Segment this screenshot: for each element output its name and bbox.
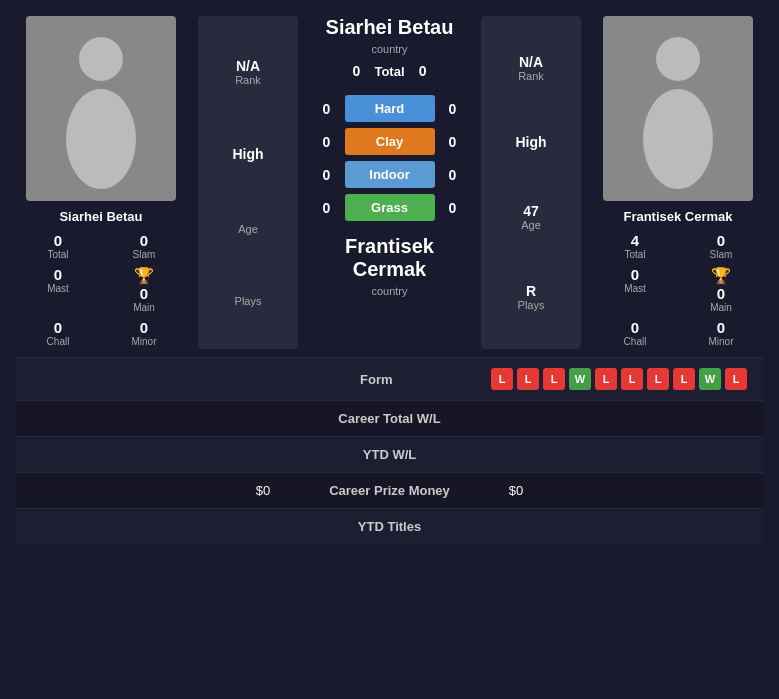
left-total-score: 0 bbox=[346, 63, 366, 79]
left-total-value: 0 bbox=[54, 232, 62, 249]
surface-row-grass: 0 Grass 0 bbox=[310, 194, 469, 221]
right-age-item: 47 Age bbox=[521, 203, 541, 231]
surface-row-indoor: 0 Indoor 0 bbox=[310, 161, 469, 188]
left-mast-cell: 0 Mast bbox=[16, 264, 100, 315]
right-high-value: High bbox=[515, 134, 546, 150]
right-age-label: Age bbox=[521, 219, 541, 231]
left-prize: $0 bbox=[32, 483, 270, 498]
right-plays-label: Plays bbox=[518, 299, 545, 311]
form-row: Form L L L W L L L L W L bbox=[16, 357, 763, 400]
total-row: 0 Total 0 bbox=[346, 63, 432, 79]
svg-point-0 bbox=[79, 37, 123, 81]
right-main-value: 0 bbox=[717, 285, 725, 302]
right-minor-value: 0 bbox=[717, 319, 725, 336]
form-badge-0: L bbox=[491, 368, 513, 390]
right-total-label: Total bbox=[624, 249, 645, 260]
left-slam-label: Slam bbox=[133, 249, 156, 260]
left-main-label: Main bbox=[133, 302, 155, 313]
form-badge-4: L bbox=[595, 368, 617, 390]
form-badge-6: L bbox=[647, 368, 669, 390]
left-chall-label: Chall bbox=[47, 336, 70, 347]
center-panel: Siarhei Betau country 0 Total 0 0 Hard 0… bbox=[302, 16, 477, 349]
left-total-label: Total bbox=[47, 249, 68, 260]
right-plays-item: R Plays bbox=[518, 283, 545, 311]
right-slam-cell: 0 Slam bbox=[679, 230, 763, 262]
svg-point-1 bbox=[66, 89, 136, 189]
left-trophy-icon: 🏆 bbox=[134, 266, 154, 285]
left-main-cell: 🏆 0 Main bbox=[102, 264, 186, 315]
right-player-stats-grid: 4 Total 0 Slam 0 Mast 🏆 0 Main 0 bbox=[593, 230, 763, 349]
right-slam-value: 0 bbox=[717, 232, 725, 249]
right-total-value: 4 bbox=[631, 232, 639, 249]
form-badge-3: W bbox=[569, 368, 591, 390]
right-rank-label: Rank bbox=[518, 70, 544, 82]
ytd-wl-label: YTD W/L bbox=[270, 447, 508, 462]
right-rank-item: N/A Rank bbox=[518, 54, 544, 82]
right-minor-label: Minor bbox=[708, 336, 733, 347]
hard-right-score: 0 bbox=[443, 101, 463, 117]
right-age-value: 47 bbox=[521, 203, 541, 219]
form-badges: L L L W L L L L W L bbox=[491, 368, 747, 390]
left-age-label: Age bbox=[238, 223, 258, 235]
form-badge-8: W bbox=[699, 368, 721, 390]
main-container: Siarhei Betau 0 Total 0 Slam 0 Mast 🏆 0 bbox=[0, 0, 779, 544]
svg-point-3 bbox=[643, 89, 713, 189]
left-player-stats-grid: 0 Total 0 Slam 0 Mast 🏆 0 Main 0 bbox=[16, 230, 186, 349]
right-country-text: country bbox=[371, 285, 407, 297]
right-total-cell: 4 Total bbox=[593, 230, 677, 262]
left-player-card: Siarhei Betau 0 Total 0 Slam 0 Mast 🏆 0 bbox=[16, 16, 186, 349]
form-badge-1: L bbox=[517, 368, 539, 390]
left-rank-label: Rank bbox=[235, 74, 261, 86]
surface-rows: 0 Hard 0 0 Clay 0 0 Indoor 0 bbox=[310, 89, 469, 227]
bottom-stats: Form L L L W L L L L W L Career Total W/… bbox=[0, 357, 779, 544]
ytd-titles-label: YTD Titles bbox=[270, 519, 508, 534]
left-chall-cell: 0 Chall bbox=[16, 317, 100, 349]
right-country-flag: country bbox=[310, 285, 469, 297]
right-minor-cell: 0 Minor bbox=[679, 317, 763, 349]
right-trophy-icon: 🏆 bbox=[711, 266, 731, 285]
left-mast-label: Mast bbox=[47, 283, 69, 294]
left-main-value: 0 bbox=[140, 285, 148, 302]
clay-left-score: 0 bbox=[317, 134, 337, 150]
left-country-flag: country bbox=[371, 43, 407, 55]
right-slam-label: Slam bbox=[710, 249, 733, 260]
clay-right-score: 0 bbox=[443, 134, 463, 150]
right-main-cell: 🏆 0 Main bbox=[679, 264, 763, 315]
surface-row-hard: 0 Hard 0 bbox=[310, 95, 469, 122]
players-section: Siarhei Betau 0 Total 0 Slam 0 Mast 🏆 0 bbox=[0, 0, 779, 357]
career-total-row: Career Total W/L bbox=[16, 400, 763, 436]
total-label: Total bbox=[374, 64, 404, 79]
form-badge-9: L bbox=[725, 368, 747, 390]
left-high-value: High bbox=[232, 146, 263, 162]
left-minor-value: 0 bbox=[140, 319, 148, 336]
indoor-button: Indoor bbox=[345, 161, 435, 188]
right-player-silhouette bbox=[628, 29, 728, 189]
form-label: Form bbox=[262, 372, 492, 387]
left-minor-label: Minor bbox=[131, 336, 156, 347]
grass-button: Grass bbox=[345, 194, 435, 221]
career-total-label: Career Total W/L bbox=[270, 411, 508, 426]
surface-row-clay: 0 Clay 0 bbox=[310, 128, 469, 155]
hard-button: Hard bbox=[345, 95, 435, 122]
ytd-wl-row: YTD W/L bbox=[16, 436, 763, 472]
left-player-silhouette bbox=[51, 29, 151, 189]
right-details-panel: N/A Rank High 47 Age R Plays bbox=[481, 16, 581, 349]
right-chall-value: 0 bbox=[631, 319, 639, 336]
left-player-name-below: Siarhei Betau bbox=[59, 209, 142, 224]
hard-left-score: 0 bbox=[317, 101, 337, 117]
svg-point-2 bbox=[656, 37, 700, 81]
left-slam-value: 0 bbox=[140, 232, 148, 249]
right-chall-label: Chall bbox=[624, 336, 647, 347]
right-player-name-below: Frantisek Cermak bbox=[623, 209, 732, 224]
right-rank-value: N/A bbox=[518, 54, 544, 70]
left-rank-item: N/A Rank bbox=[235, 58, 261, 86]
form-badge-5: L bbox=[621, 368, 643, 390]
right-main-label: Main bbox=[710, 302, 732, 313]
right-player-card: Frantisek Cermak 4 Total 0 Slam 0 Mast 🏆… bbox=[593, 16, 763, 349]
right-player-name-top: Frantisek Cermak bbox=[310, 235, 469, 281]
left-chall-value: 0 bbox=[54, 319, 62, 336]
right-chall-cell: 0 Chall bbox=[593, 317, 677, 349]
left-details-panel: N/A Rank High Age Plays bbox=[198, 16, 298, 349]
grass-left-score: 0 bbox=[317, 200, 337, 216]
right-mast-cell: 0 Mast bbox=[593, 264, 677, 315]
